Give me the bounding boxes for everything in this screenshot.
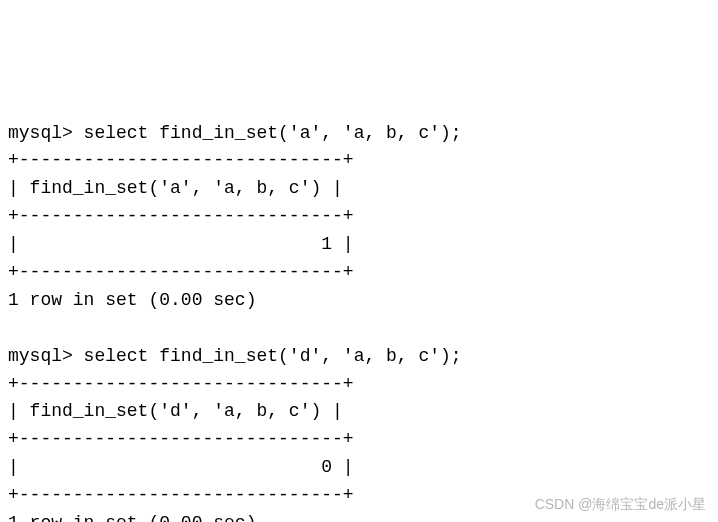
query2-value: | 0 |	[8, 457, 354, 477]
query1-border-mid: +------------------------------+	[8, 206, 354, 226]
query2-footer: 1 row in set (0.00 sec)	[8, 513, 256, 522]
query1-command: mysql> select find_in_set('a', 'a, b, c'…	[8, 123, 462, 143]
query1-footer: 1 row in set (0.00 sec)	[8, 290, 256, 310]
terminal-output: mysql> select find_in_set('a', 'a, b, c'…	[8, 120, 710, 522]
query1-border-bot: +------------------------------+	[8, 262, 354, 282]
query2-header: | find_in_set('d', 'a, b, c') |	[8, 401, 343, 421]
query2-command: mysql> select find_in_set('d', 'a, b, c'…	[8, 346, 462, 366]
query2-border-bot: +------------------------------+	[8, 485, 354, 505]
query1-border-top: +------------------------------+	[8, 150, 354, 170]
query1-value: | 1 |	[8, 234, 354, 254]
query2-border-top: +------------------------------+	[8, 374, 354, 394]
query2-border-mid: +------------------------------+	[8, 429, 354, 449]
watermark: CSDN @海绵宝宝de派小星	[535, 494, 706, 516]
query1-header: | find_in_set('a', 'a, b, c') |	[8, 178, 343, 198]
